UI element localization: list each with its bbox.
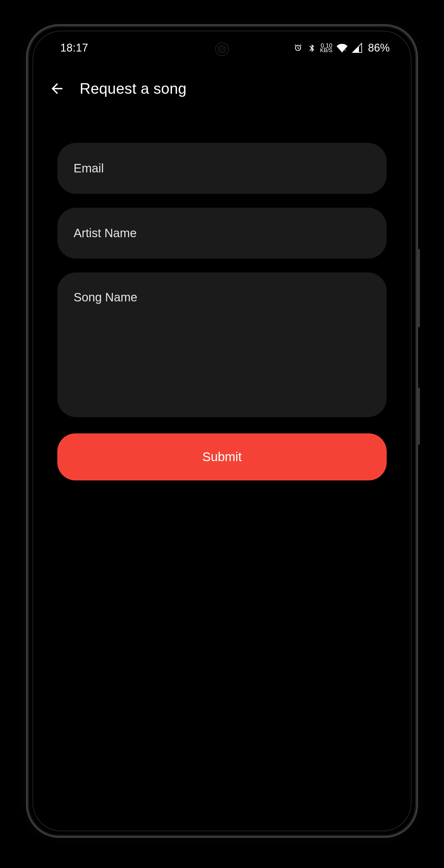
wifi-icon	[336, 42, 348, 53]
volume-button	[417, 249, 420, 327]
page-title: Request a song	[80, 80, 186, 97]
song-name-field[interactable]	[57, 273, 387, 417]
power-button	[417, 388, 420, 445]
form-container: Submit	[57, 143, 387, 480]
app-bar: Request a song	[33, 73, 411, 104]
alarm-icon	[294, 43, 302, 53]
phone-frame: 18:17 0.10 KB/S	[26, 24, 418, 838]
battery-percentage: 86%	[368, 41, 390, 54]
signal-icon	[352, 42, 362, 53]
camera-hole	[215, 42, 229, 56]
svg-point-1	[345, 50, 346, 51]
back-arrow-icon[interactable]	[49, 81, 65, 97]
network-speed-unit: KB/S	[320, 48, 332, 53]
status-right-group: 0.10 KB/S 86%	[294, 41, 390, 54]
submit-button[interactable]: Submit	[57, 433, 387, 480]
network-speed-indicator: 0.10 KB/S	[320, 43, 332, 53]
bluetooth-icon	[307, 43, 316, 53]
artist-name-field[interactable]	[57, 208, 387, 258]
phone-screen: 18:17 0.10 KB/S	[33, 31, 411, 831]
status-time: 18:17	[60, 41, 88, 54]
email-field[interactable]	[57, 143, 387, 194]
